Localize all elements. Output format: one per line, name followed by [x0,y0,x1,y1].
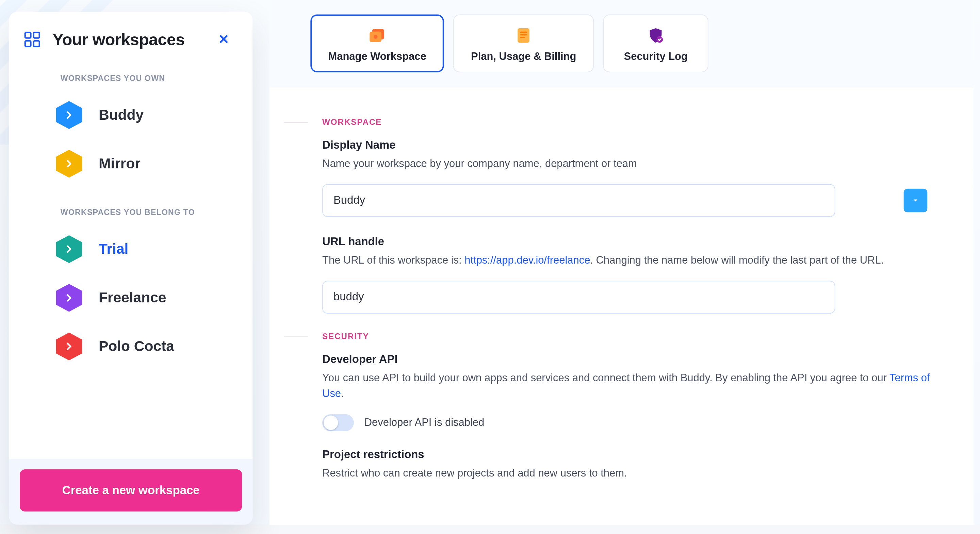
display-name-input[interactable] [322,184,835,217]
hex-icon [54,149,84,179]
workspace-name: Polo Cocta [99,338,174,355]
belong-workspaces-list: Trial Freelance Polo Cocta [9,220,253,371]
hex-icon [54,283,84,313]
svg-rect-2 [25,41,31,47]
close-sidebar-button[interactable]: ✕ [213,29,234,50]
url-hint-post: . Changing the name below will modify th… [590,254,884,265]
tab-plan-billing[interactable]: Plan, Usage & Billing [453,14,594,72]
workspace-name: Mirror [99,155,140,172]
chevron-right-icon [54,149,84,179]
hex-icon [54,331,84,362]
sidebar-title: Your workspaces [53,30,185,49]
api-hint-post: . [341,388,344,399]
workspaces-grid-icon [24,31,41,48]
workspace-item-trial[interactable]: Trial [16,225,246,273]
security-log-icon [647,27,664,44]
caret-down-icon [912,197,920,204]
tab-label: Security Log [624,51,688,63]
workspace-url-link[interactable]: https://app.dev.io/freelance [465,254,590,265]
tab-manage-workspace[interactable]: Manage Workspace [310,14,444,72]
display-name-hint: Name your workspace by your company name… [322,156,933,172]
workspace-name: Trial [99,240,128,257]
project-restrictions-hint: Restrict who can create new projects and… [322,466,933,482]
developer-api-label: Developer API [322,353,933,366]
url-handle-input[interactable] [322,281,835,314]
svg-rect-1 [34,32,40,38]
section-rule [284,122,308,123]
tab-label: Plan, Usage & Billing [471,51,576,63]
toggle-knob [324,416,338,430]
section-title-security: SECURITY [322,332,369,341]
url-handle-hint: The URL of this workspace is: https://ap… [322,253,933,269]
section-title-workspace: WORKSPACE [322,118,382,127]
svg-rect-15 [520,34,527,36]
tab-bar: Manage Workspace Plan, Usage & Billing [269,0,973,87]
developer-api-toggle-text: Developer API is disabled [364,417,484,429]
hex-icon [54,100,84,130]
tab-label: Manage Workspace [328,51,426,63]
workspace-item-polococta[interactable]: Polo Cocta [16,322,246,371]
svg-rect-3 [34,41,40,47]
tab-security-log[interactable]: Security Log [603,14,708,72]
developer-api-toggle[interactable] [322,414,354,431]
svg-rect-14 [520,32,527,33]
section-own-label: WORKSPACES YOU OWN [9,54,253,85]
svg-point-12 [373,35,377,39]
hex-icon [54,234,84,264]
developer-api-hint: You can use API to build your own apps a… [322,370,933,402]
svg-rect-0 [25,32,31,38]
url-hint-pre: The URL of this workspace is: [322,254,465,265]
workspace-name: Buddy [99,106,143,124]
chevron-right-icon [54,234,84,264]
display-name-label: Display Name [322,139,933,152]
section-belong-label: WORKSPACES YOU BELONG TO [9,188,253,220]
main-panel: Manage Workspace Plan, Usage & Billing [269,0,973,524]
project-restrictions-label: Project restrictions [322,449,933,462]
workspace-item-freelance[interactable]: Freelance [16,273,246,322]
create-workspace-label: Create a new workspace [62,484,200,497]
workspace-name: Freelance [99,289,166,306]
url-handle-label: URL handle [322,235,933,249]
billing-icon [516,27,531,44]
chevron-right-icon [54,100,84,130]
close-icon: ✕ [218,32,229,47]
api-hint-pre: You can use API to build your own apps a… [322,372,889,383]
section-rule [284,336,308,337]
chevron-right-icon [54,283,84,313]
svg-rect-16 [520,37,525,38]
chevron-right-icon [54,331,84,362]
own-workspaces-list: Buddy Mirror [9,85,253,188]
workspaces-sidebar: Your workspaces ✕ WORKSPACES YOU OWN Bud… [9,12,253,525]
create-workspace-button[interactable]: Create a new workspace [20,469,242,512]
workspace-item-buddy[interactable]: Buddy [16,91,246,140]
display-name-dropdown-button[interactable] [904,188,928,212]
manage-workspace-icon [368,27,386,44]
workspace-item-mirror[interactable]: Mirror [16,140,246,188]
